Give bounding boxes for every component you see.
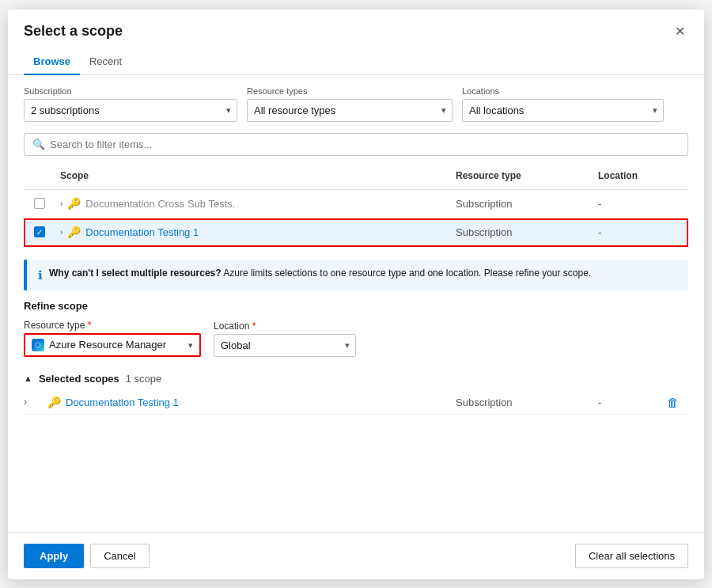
resource-types-select-wrapper: All resource types ▾ (247, 99, 453, 122)
search-icon: 🔍 (32, 138, 45, 150)
resource-type-select-inner: ⬡ Azure Resource Manager ▾ (25, 335, 199, 355)
row1-key-icon: 🔑 (67, 197, 81, 210)
location-field: Location * Global ▾ (214, 321, 356, 357)
locations-select[interactable]: All locations (462, 99, 664, 122)
selected-scope-name[interactable]: Documentation Testing 1 (66, 396, 179, 408)
row1-checkbox-cell (24, 198, 55, 209)
row2-scope-cell: › 🔑 Documentation Testing 1 (55, 226, 451, 238)
resource-type-select[interactable]: Azure Resource Manager (49, 339, 177, 351)
locations-filter: Locations All locations ▾ (462, 86, 664, 122)
selected-scope-key-icon: 🔑 (47, 396, 61, 408)
tab-bar: Browse Recent (8, 41, 704, 75)
resource-type-field: Resource type * ⬡ Azure Resource Manager… (24, 320, 201, 357)
selected-scope-location: - (593, 396, 657, 408)
subscription-label: Subscription (24, 86, 237, 96)
info-bold-text: Why can't I select multiple resources? (49, 267, 222, 279)
subscription-select[interactable]: 2 subscriptions (24, 99, 237, 122)
location-select-wrapper: Global ▾ (214, 334, 356, 357)
info-text: Why can't I select multiple resources? A… (49, 267, 591, 279)
dialog-header: Select a scope ✕ (8, 9, 704, 41)
resource-type-select-wrapper: ⬡ Azure Resource Manager ▾ (24, 333, 201, 357)
info-icon: ℹ (38, 268, 43, 283)
col-checkbox (24, 167, 55, 184)
close-button[interactable]: ✕ (672, 22, 688, 41)
location-select[interactable]: Global (214, 334, 356, 357)
row2-key-icon: 🔑 (67, 226, 81, 238)
location-field-label: Location * (214, 321, 356, 332)
locations-label: Locations (462, 86, 664, 96)
footer: Apply Cancel Clear all selections (8, 532, 704, 579)
resource-types-label: Resource types (247, 86, 453, 96)
row2-checkbox-cell (24, 226, 55, 237)
select-scope-dialog: Select a scope ✕ Browse Recent Subscript… (8, 9, 704, 579)
info-banner: ℹ Why can't I select multiple resources?… (24, 260, 688, 290)
selected-scopes-title: Selected scopes (39, 373, 119, 385)
row2-expand-icon[interactable]: › (60, 228, 62, 237)
selected-scope-delete-icon[interactable]: 🗑 (657, 396, 688, 409)
info-description: Azure limits selections to one resource … (222, 267, 592, 279)
resource-types-filter: Resource types All resource types ▾ (247, 86, 453, 122)
selected-scopes-count: 1 scope (126, 373, 162, 385)
row2-scope-name[interactable]: Documentation Testing 1 (85, 226, 199, 238)
selected-scopes-section: ▲ Selected scopes 1 scope › 🔑 Documentat… (8, 365, 704, 415)
apply-button[interactable]: Apply (24, 544, 84, 568)
row2-checkbox[interactable] (34, 226, 45, 237)
row1-expand-icon[interactable]: › (60, 199, 62, 208)
refine-fields: Resource type * ⬡ Azure Resource Manager… (24, 320, 688, 357)
search-bar: 🔍 (24, 133, 688, 156)
tab-recent[interactable]: Recent (80, 49, 131, 75)
scope-table: Scope Resource type Location › 🔑 Documen… (24, 162, 688, 247)
location-required-star: * (252, 321, 256, 332)
table-header: Scope Resource type Location (24, 162, 688, 190)
selected-scopes-header: ▲ Selected scopes 1 scope (24, 373, 688, 385)
refine-scope-title: Refine scope (24, 300, 688, 312)
col-scope: Scope (55, 167, 451, 184)
tab-browse[interactable]: Browse (24, 49, 80, 75)
dialog-title: Select a scope (24, 23, 123, 40)
subscription-filter: Subscription 2 subscriptions ▾ (24, 86, 237, 122)
resource-type-required-star: * (88, 320, 92, 331)
table-row: › 🔑 Documentation Testing 1 Subscription… (24, 218, 688, 247)
row1-location: - (593, 198, 688, 210)
selected-scopes-collapse-icon[interactable]: ▲ (24, 374, 32, 383)
row2-location: - (593, 226, 688, 238)
table-row: › 🔑 Documentation Cross Sub Tests. Subsc… (24, 190, 688, 218)
footer-left: Apply Cancel (24, 544, 150, 568)
refine-scope-section: Refine scope Resource type * ⬡ Azure Res… (8, 300, 704, 365)
search-input[interactable] (50, 138, 680, 150)
locations-select-wrapper: All locations ▾ (462, 99, 664, 122)
row1-checkbox[interactable] (34, 198, 45, 209)
arm-icon: ⬡ (32, 339, 44, 351)
resource-type-field-label: Resource type * (24, 320, 201, 331)
col-location: Location (593, 167, 688, 184)
row2-resource-type: Subscription (451, 226, 593, 238)
row1-resource-type: Subscription (451, 198, 593, 210)
selected-scope-resource-type: Subscription (451, 396, 593, 408)
resource-types-select[interactable]: All resource types (247, 99, 453, 122)
resource-type-chevron-icon: ▾ (188, 340, 193, 350)
col-resource-type: Resource type (451, 167, 593, 184)
selected-scope-name-cell: 🔑 Documentation Testing 1 (47, 396, 451, 408)
filters-row: Subscription 2 subscriptions ▾ Resource … (8, 75, 704, 130)
row1-scope-cell: › 🔑 Documentation Cross Sub Tests. (55, 197, 451, 210)
cancel-button[interactable]: Cancel (90, 544, 149, 568)
selected-scope-row: › 🔑 Documentation Testing 1 Subscription… (24, 391, 688, 415)
selected-scope-expand-icon[interactable]: › (24, 396, 47, 408)
subscription-select-wrapper: 2 subscriptions ▾ (24, 99, 237, 122)
row1-scope-name[interactable]: Documentation Cross Sub Tests. (85, 198, 235, 210)
clear-selections-button[interactable]: Clear all selections (575, 544, 688, 568)
